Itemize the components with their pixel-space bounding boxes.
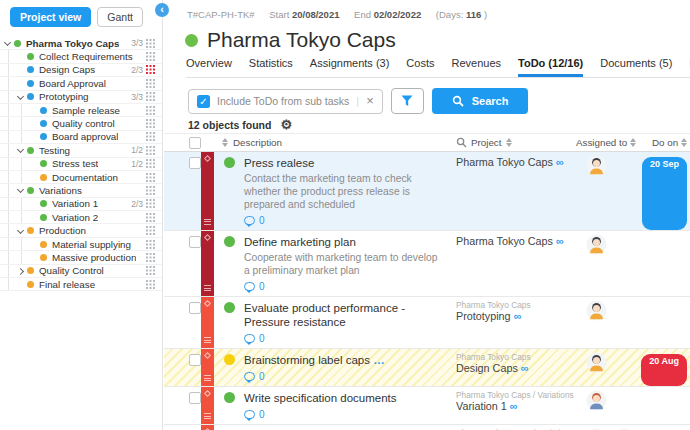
todo-row[interactable]: Press realese Contact the marketing team… [164, 152, 690, 231]
drag-handle-icon[interactable] [204, 285, 211, 291]
sidebar-item-board-approval[interactable]: Board approval [0, 131, 162, 144]
column-header-project[interactable]: Project [456, 137, 576, 148]
todo-row[interactable]: Define marketing plan Cooperate with mar… [164, 231, 690, 297]
row-checkbox[interactable] [189, 392, 201, 404]
search-button[interactable]: Search [432, 88, 529, 114]
sidebar-item-quality-control[interactable]: Quality Control [0, 265, 162, 278]
sidebar-item-prototyping[interactable]: Prototyping3/3 [0, 91, 162, 104]
collapse-sidebar-button[interactable]: ‹ [155, 3, 169, 17]
select-all-checkbox[interactable] [189, 137, 201, 149]
sidebar-item-pharma-tokyo-caps[interactable]: Pharma Tokyo Caps3/3 [0, 37, 162, 50]
grid-icon[interactable] [146, 132, 155, 141]
todo-row[interactable]: Evaluate product performance - Pressure … [164, 297, 690, 349]
tab-costs[interactable]: Costs [406, 57, 434, 77]
avatar-man-orange[interactable] [586, 300, 607, 321]
todo-title[interactable]: Brainstorming label caps … [244, 353, 450, 367]
avatar-man-orange[interactable] [586, 155, 607, 176]
grid-icon[interactable] [146, 280, 155, 289]
tab-statistics[interactable]: Statistics [249, 57, 293, 77]
sidebar-item-final-release[interactable]: Final release [0, 278, 162, 291]
tab-documents-5[interactable]: Documents (5) [600, 57, 672, 77]
sidebar-item-production[interactable]: Production [0, 224, 162, 237]
more-icon[interactable]: … [373, 354, 386, 366]
sidebar-item-material-supplying[interactable]: Material supplying [0, 238, 162, 251]
tab-assignments-3[interactable]: Assignments (3) [310, 57, 389, 77]
sidebar-item-board-approval[interactable]: Board Approval [0, 77, 162, 90]
chevron-down-icon[interactable] [16, 226, 27, 236]
column-header-doon[interactable]: Do on [639, 137, 690, 148]
grid-icon[interactable] [146, 106, 155, 115]
grid-icon[interactable] [146, 173, 155, 182]
column-header-assigned[interactable]: Assigned to [576, 137, 639, 148]
grid-icon[interactable] [146, 266, 155, 275]
todo-title[interactable]: Write specification documents [244, 391, 450, 405]
chevron-down-icon[interactable] [16, 92, 27, 102]
drag-handle-icon[interactable] [204, 413, 211, 419]
todo-title[interactable]: Press realese [244, 156, 450, 170]
project-name[interactable]: Pharma Tokyo Caps [456, 156, 553, 168]
project-link-icon[interactable]: ∞ [521, 362, 529, 374]
tab-overview[interactable]: Overview [186, 57, 232, 77]
todo-row[interactable]: Define product packaging design 0 Pharma… [164, 425, 690, 430]
todo-row[interactable]: Write specification documents 0 Pharma T… [164, 387, 690, 425]
chevron-down-icon[interactable] [16, 145, 27, 155]
avatar-man-orange[interactable] [586, 352, 607, 373]
project-link-icon[interactable]: ∞ [556, 235, 564, 247]
drag-handle-icon[interactable] [204, 219, 211, 225]
todo-title[interactable]: Evaluate product performance - Pressure … [244, 301, 450, 329]
tab-revenues[interactable]: Revenues [451, 57, 501, 77]
grid-icon[interactable] [146, 146, 155, 155]
chip-close-icon[interactable]: × [366, 96, 374, 106]
drag-handle-icon[interactable] [204, 375, 211, 381]
sidebar-item-stress-test[interactable]: Stress test1/2 [0, 158, 162, 171]
comments-link[interactable]: 0 [244, 215, 450, 226]
grid-icon[interactable] [146, 186, 155, 195]
gantt-button[interactable]: Gantt [97, 7, 143, 27]
project-link-icon[interactable]: ∞ [556, 156, 564, 168]
grid-icon[interactable] [146, 226, 155, 235]
project-name[interactable]: Design Caps [456, 362, 518, 374]
grid-icon[interactable] [146, 52, 155, 61]
sidebar-item-documentation[interactable]: Documentation [0, 171, 162, 184]
sidebar-item-variation-1[interactable]: Variation 12/3 [0, 198, 162, 211]
comments-link[interactable]: 0 [244, 409, 450, 420]
comments-link[interactable]: 0 [244, 281, 450, 292]
row-checkbox[interactable] [189, 157, 201, 169]
grid-icon[interactable] [146, 119, 155, 128]
project-link-icon[interactable]: ∞ [510, 400, 518, 412]
sidebar-item-quality-control[interactable]: Quality control [0, 117, 162, 130]
sidebar-item-design-caps[interactable]: Design Caps2/3 [0, 64, 162, 77]
avatar-man-orange[interactable] [586, 234, 607, 255]
gear-icon[interactable]: ⚙ [280, 119, 292, 131]
todo-row[interactable]: Brainstorming label caps … 0 Pharma Toky… [164, 349, 690, 387]
sidebar-item-collect-requirements[interactable]: Collect Requirements [0, 50, 162, 63]
chevron-down-icon[interactable] [16, 185, 27, 195]
filter-button[interactable] [391, 88, 424, 114]
grid-icon[interactable] [146, 39, 155, 48]
avatar-man-blue[interactable] [586, 390, 607, 411]
include-subtasks-checkbox[interactable]: ✓ [197, 95, 210, 108]
row-checkbox[interactable] [189, 236, 201, 248]
chevron-right-icon[interactable] [16, 266, 27, 276]
sidebar-item-variation-2[interactable]: Variation 2 [0, 211, 162, 224]
project-name[interactable]: Prototyping [456, 310, 511, 322]
project-view-button[interactable]: Project view [10, 7, 91, 27]
chevron-down-icon[interactable] [3, 38, 14, 48]
sidebar-item-testing[interactable]: Testing1/2 [0, 144, 162, 157]
todo-title[interactable]: Define marketing plan [244, 235, 450, 249]
drag-handle-icon[interactable] [204, 337, 211, 343]
grid-icon[interactable] [146, 199, 155, 208]
grid-icon[interactable] [146, 240, 155, 249]
sidebar-item-sample-release[interactable]: Sample release [0, 104, 162, 117]
grid-icon[interactable] [146, 253, 155, 262]
sidebar-item-massive-production[interactable]: Massive production [0, 251, 162, 264]
grid-icon[interactable] [146, 213, 155, 222]
project-link-icon[interactable]: ∞ [514, 310, 522, 322]
grid-icon[interactable] [146, 79, 155, 88]
grid-icon[interactable] [146, 92, 155, 101]
project-name[interactable]: Pharma Tokyo Caps [456, 235, 553, 247]
project-name[interactable]: Variation 1 [456, 400, 507, 412]
comments-link[interactable]: 0 [244, 371, 450, 382]
grid-icon[interactable] [146, 65, 155, 74]
sidebar-item-variations[interactable]: Variations [0, 184, 162, 197]
